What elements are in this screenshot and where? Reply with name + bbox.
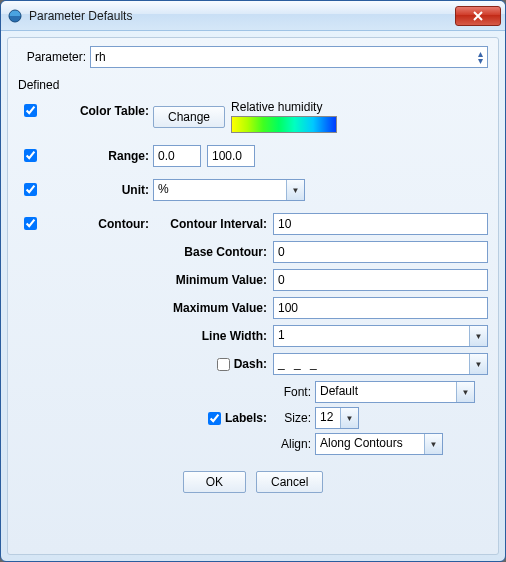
window-title: Parameter Defaults <box>29 9 455 23</box>
labels-checkbox[interactable] <box>208 412 221 425</box>
chevron-down-icon: ▼ <box>424 434 442 454</box>
dash-value: _ _ _ <box>274 354 469 374</box>
min-value-input[interactable] <box>273 269 488 291</box>
parameter-value: rh <box>95 50 106 64</box>
labels-cell: Labels: <box>153 409 273 428</box>
parameter-combo[interactable]: rh ▴▾ <box>90 46 488 68</box>
contour-row: Contour: Contour Interval: Base Contour:… <box>18 213 488 455</box>
dash-checkbox[interactable] <box>217 358 230 371</box>
range-min-input[interactable] <box>153 145 201 167</box>
color-swatch: Relative humidity <box>231 100 337 133</box>
unit-row: Unit: % ▼ <box>18 179 488 201</box>
min-value-label: Minimum Value: <box>153 273 273 287</box>
labels-font-block: Font: Default ▼ Size: 12 ▼ <box>273 381 488 455</box>
color-swatch-label: Relative humidity <box>231 100 337 114</box>
font-label: Font: <box>275 385 315 399</box>
contour-subgrid: Contour Interval: Base Contour: Minimum … <box>153 213 488 455</box>
max-value-input[interactable] <box>273 297 488 319</box>
chevron-down-icon: ▼ <box>469 354 487 374</box>
color-swatch-bar <box>231 116 337 133</box>
parameter-label: Parameter: <box>18 50 86 64</box>
ok-button[interactable]: OK <box>183 471 246 493</box>
font-select[interactable]: Default ▼ <box>315 381 475 403</box>
align-select[interactable]: Along Contours ▼ <box>315 433 443 455</box>
defined-header: Defined <box>18 78 488 92</box>
cancel-button[interactable]: Cancel <box>256 471 323 493</box>
color-table-label: Color Table: <box>49 104 153 118</box>
spinner-icon: ▴▾ <box>478 50 483 64</box>
unit-label: Unit: <box>49 183 153 197</box>
chevron-down-icon: ▼ <box>286 180 304 200</box>
color-table-checkbox[interactable] <box>24 104 37 117</box>
app-icon <box>7 8 23 24</box>
size-label: Size: <box>275 411 315 425</box>
labels-label: Labels: <box>225 410 267 424</box>
align-label: Align: <box>275 437 315 451</box>
align-value: Along Contours <box>316 434 424 454</box>
close-icon <box>473 11 483 21</box>
contour-interval-label: Contour Interval: <box>153 217 273 231</box>
close-button[interactable] <box>455 6 501 26</box>
chevron-down-icon: ▼ <box>469 326 487 346</box>
chevron-down-icon: ▼ <box>456 382 474 402</box>
footer: OK Cancel <box>18 471 488 493</box>
dash-label: Dash: <box>234 356 267 370</box>
line-width-label: Line Width: <box>153 329 273 343</box>
font-value: Default <box>316 382 456 402</box>
base-contour-label: Base Contour: <box>153 245 273 259</box>
size-value: 12 <box>316 408 340 428</box>
chevron-down-icon: ▼ <box>340 408 358 428</box>
contour-interval-input[interactable] <box>273 213 488 235</box>
base-contour-input[interactable] <box>273 241 488 263</box>
line-width-select[interactable]: 1 ▼ <box>273 325 488 347</box>
max-value-label: Maximum Value: <box>153 301 273 315</box>
range-row: Range: <box>18 145 488 167</box>
unit-select[interactable]: % ▼ <box>153 179 305 201</box>
client-area: Parameter: rh ▴▾ Defined Color Table: Ch… <box>7 37 499 555</box>
unit-value: % <box>154 180 286 200</box>
line-width-value: 1 <box>274 326 469 346</box>
dash-cell: Dash: <box>153 355 273 374</box>
range-checkbox[interactable] <box>24 149 37 162</box>
range-label: Range: <box>49 149 153 163</box>
size-select[interactable]: 12 ▼ <box>315 407 359 429</box>
unit-checkbox[interactable] <box>24 183 37 196</box>
contour-label: Contour: <box>49 217 153 231</box>
range-max-input[interactable] <box>207 145 255 167</box>
contour-checkbox[interactable] <box>24 217 37 230</box>
change-color-button[interactable]: Change <box>153 106 225 128</box>
color-table-row: Color Table: Change Relative humidity <box>18 100 488 133</box>
dash-select[interactable]: _ _ _ ▼ <box>273 353 488 375</box>
window: Parameter Defaults Parameter: rh ▴▾ Defi… <box>0 0 506 562</box>
titlebar: Parameter Defaults <box>1 1 505 31</box>
parameter-row: Parameter: rh ▴▾ <box>18 46 488 68</box>
